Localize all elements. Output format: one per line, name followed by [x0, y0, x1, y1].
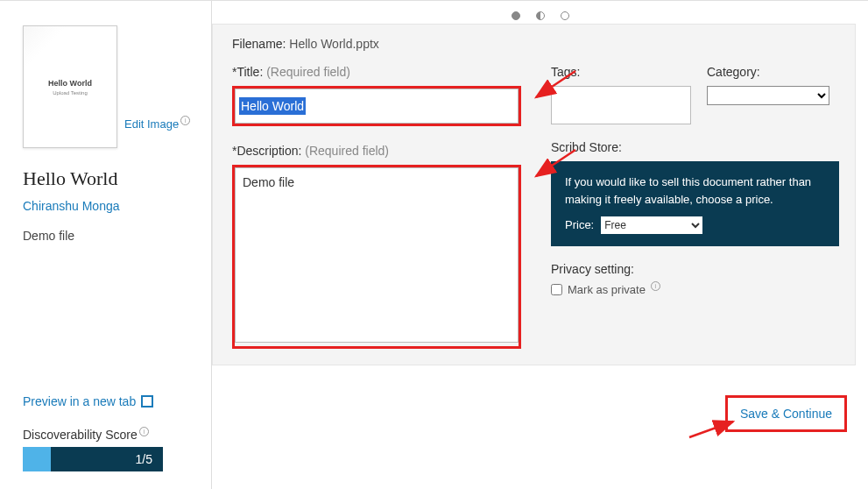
preview-new-tab-link[interactable]: Preview in a new tab [23, 394, 194, 408]
tags-label: Tags: [551, 65, 691, 79]
privacy-label: Privacy setting: [551, 262, 839, 276]
step-dot-2 [536, 11, 545, 20]
external-link-icon [141, 395, 153, 408]
filename-value: Hello World.pptx [289, 37, 378, 51]
preview-label: Preview in a new tab [23, 394, 136, 408]
description-input-highlight [232, 165, 521, 349]
step-dot-1 [512, 11, 520, 20]
description-input[interactable] [235, 167, 519, 343]
mark-private-label: Mark as private [568, 283, 646, 296]
edit-image-link[interactable]: Edit Image i [124, 117, 190, 131]
info-icon: i [651, 281, 660, 291]
category-select[interactable] [707, 86, 829, 105]
sidebar: Hello World Upload Testing Edit Image i … [0, 1, 212, 489]
thumb-title: Hello World [48, 79, 92, 88]
category-label: Category: [707, 65, 829, 79]
title-input-highlight: Hello World [232, 86, 521, 126]
step-indicator [212, 1, 868, 24]
title-field-label: *Title: (Required field) [232, 65, 521, 79]
info-icon: i [180, 116, 190, 125]
save-continue-button[interactable]: Save & Continue [725, 395, 847, 432]
document-thumbnail[interactable]: Hello World Upload Testing [23, 25, 117, 148]
short-description: Demo file [23, 229, 194, 243]
price-label: Price: [565, 216, 594, 234]
main-panel: Filename: Hello World.pptx *Title: (Requ… [212, 1, 868, 489]
scribd-store-box: If you would like to sell this document … [551, 161, 839, 246]
title-input[interactable]: Hello World [235, 89, 519, 124]
document-title: Hello World [23, 167, 194, 190]
tags-input[interactable] [551, 86, 691, 124]
description-field-label: *Description: (Required field) [232, 144, 521, 158]
price-select[interactable]: Free [601, 216, 702, 234]
info-icon: i [139, 427, 149, 436]
thumb-subtitle: Upload Testing [53, 90, 88, 96]
discoverability-label: Discoverability Score i [23, 428, 194, 442]
score-value: 1/5 [136, 452, 152, 466]
document-form: Filename: Hello World.pptx *Title: (Requ… [212, 24, 856, 365]
store-label: Scribd Store: [551, 140, 839, 154]
filename-row: Filename: Hello World.pptx [232, 37, 839, 51]
author-link[interactable]: Chiranshu Monga [23, 199, 194, 213]
edit-image-label: Edit Image [124, 117, 179, 131]
score-fill [23, 447, 51, 471]
title-value-selected: Hello World [239, 97, 306, 115]
mark-private-checkbox[interactable] [551, 284, 562, 295]
filename-label: Filename: [232, 37, 286, 51]
discoverability-score-bar: 1/5 [23, 447, 163, 471]
step-dot-3 [561, 11, 569, 20]
store-text: If you would like to sell this document … [565, 174, 825, 208]
